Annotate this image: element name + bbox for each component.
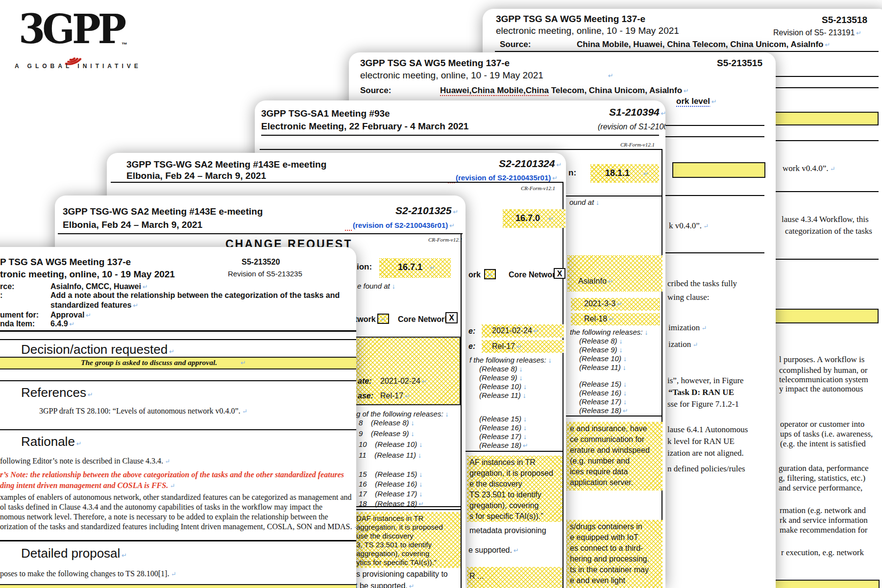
- date-value: 2021-02-24: [492, 326, 539, 335]
- body-fragment: t be supported.: [355, 582, 415, 588]
- meeting-session: Elbonia, Feb 24 – March 9, 2021: [63, 220, 202, 230]
- divider: [0, 540, 356, 541]
- decision-text: The group is asked to discuss and approv…: [81, 358, 217, 367]
- title-label-fragment: :: [0, 291, 2, 300]
- field-label-fragment: n:: [568, 168, 576, 178]
- reference-text: 3GPP draft TS 28.100: “Levels of autonom…: [39, 407, 247, 416]
- table-border: [111, 182, 563, 183]
- releases-intro: f the following releases:: [469, 356, 552, 364]
- highlight-bar: [672, 162, 765, 178]
- 3gpp-logo: 3GPP ™ A GLOBAL INITIATIVE: [15, 3, 142, 76]
- spellcheck-squiggle-icon: [345, 227, 352, 231]
- usecase-fragment: e equipped with IoT: [570, 533, 638, 542]
- reference-fragment: k v0.4.0”.: [669, 221, 709, 231]
- revision-line: Revision of S5- 213191: [773, 28, 861, 37]
- divider: [261, 135, 659, 136]
- rationale-body: ol tasks defined in Clause 4.3.4 and the…: [0, 503, 322, 512]
- pilcrow-icon: [642, 169, 649, 178]
- body-fragment: l purposes. A workflow is: [779, 355, 864, 365]
- meeting-title: 3GPP TSG-SA1 Meeting #93e: [261, 108, 390, 119]
- document-card-s5-213520[interactable]: P TSG SA WG5 Meeting 137-e tronic meetin…: [0, 247, 356, 588]
- title-value: standardized features: [50, 301, 138, 310]
- section-heading-references: References: [21, 385, 93, 400]
- checkbox-checked[interactable]: X: [554, 268, 565, 279]
- date-label-fragment: e:: [468, 327, 475, 336]
- reference-fragment: work v0.4.0”.: [783, 164, 835, 173]
- pilcrow-icon: [239, 358, 246, 367]
- checkbox-highlighted[interactable]: [484, 269, 496, 279]
- section-heading-detailed-proposal: Detailed proposal: [21, 546, 127, 561]
- release-item: 10 (Release 10): [359, 440, 422, 448]
- release-item: (Release 8): [579, 337, 623, 345]
- doc-number: S2-2101325: [395, 205, 458, 217]
- doc-number: S5-213520: [242, 258, 280, 267]
- source-value: Huawei,China Mobile,China Telecom, China…: [440, 86, 689, 96]
- usecase-fragment: es connect to a third-: [570, 544, 643, 553]
- desktop-background: 3GPP TSG SA WG5 Meeting 137-e electronic…: [0, 0, 882, 588]
- body-fragment: and service performance,: [779, 483, 862, 493]
- meeting-title-fragment: P TSG SA WG5 Meeting 137-e: [0, 257, 131, 268]
- release-item: 9 (Release 9): [359, 429, 415, 438]
- releases-intro: g of the following releases:: [356, 410, 449, 418]
- rationale-intro: following Editor’s note is described in …: [0, 457, 170, 466]
- source-label-fragment: rce:: [0, 282, 14, 291]
- table-border: [260, 149, 662, 150]
- doc-number: S5-213518: [822, 15, 867, 25]
- doc-number: S1-210394: [609, 106, 665, 118]
- rationale-body: nomous network level. Therefore, a note …: [0, 513, 328, 521]
- network-fragment: ork: [468, 270, 481, 279]
- checkbox-checked[interactable]: X: [445, 312, 458, 323]
- release-item: 17 (Release 17): [359, 490, 422, 498]
- editors-note: r’s Note: the relationship between the a…: [0, 470, 344, 479]
- section-heading-rationale: Rationale: [21, 434, 82, 449]
- body-fragment: guration data, performance: [779, 464, 869, 473]
- release-item: (Release 9): [479, 373, 523, 382]
- proposal-fragment: DAF instances in TR: [356, 514, 423, 522]
- table-border: [563, 182, 564, 588]
- release-item: (Release 15): [479, 415, 527, 423]
- body-fragment: R ...: [469, 572, 484, 581]
- release-value: Rel-17: [380, 392, 410, 400]
- revision-line: (revision of S1-210039): [598, 122, 665, 131]
- divider: [0, 429, 356, 430]
- cr-form-label: CR-Form-v12.1: [428, 237, 463, 243]
- proposal-fragment: e the discovery: [469, 480, 522, 489]
- body-fragment: sse for Figure 7.1.2-1: [667, 399, 739, 409]
- proposal-fragment: gregation), covering: [469, 501, 539, 510]
- date-value: 2021-02-24: [380, 377, 427, 386]
- revision-line: (revision of S2-2100435r01): [456, 173, 558, 182]
- release-item: (Release 18): [479, 441, 528, 449]
- releases-intro: the following releases:: [570, 328, 648, 336]
- usecase-fragment: e and even light: [570, 576, 625, 585]
- rationale-body: xamples of enablers of autonomous networ…: [0, 493, 352, 502]
- body-fragment: imization: [668, 323, 707, 333]
- body-fragment: g, filtering, statistics, etc.): [779, 473, 865, 483]
- network-fragment: twork: [355, 315, 376, 324]
- source-value: AsiaInfo, CMCC, Huawei: [50, 282, 148, 291]
- body-fragment: r execution, e.g. network: [781, 548, 864, 558]
- release-item: (Release 11): [479, 391, 526, 399]
- divider: [495, 51, 879, 52]
- title-tail-fragment: ork level: [676, 97, 717, 106]
- body-fragment: e supported.: [468, 546, 519, 555]
- release-item: 15 (Release 15): [359, 470, 422, 478]
- release-label-fragment: ase:: [358, 392, 373, 400]
- rationale-fragment: categorization of the tasks: [785, 226, 872, 236]
- release-item: 11 (Release 11): [359, 451, 421, 459]
- release-item: 16 (Release 16): [359, 480, 422, 488]
- body-fragment: operator or customer into: [780, 419, 864, 429]
- editors-note: ding intent driven management and COSLA …: [0, 481, 175, 490]
- body-fragment: (e.g. the intent is satisfied: [780, 439, 866, 449]
- usecase-fragment: erature and windspeed: [570, 446, 650, 455]
- cr-form-label: CR-Form-v12.1: [521, 185, 555, 191]
- checkbox-highlighted[interactable]: [377, 314, 389, 324]
- revision-line: Revision of S5-213235: [228, 270, 302, 278]
- divider: [0, 339, 356, 340]
- doc-number: S2-2101324: [499, 158, 562, 170]
- proposal-fragment: s for specific TAI(s)).”: [469, 512, 543, 521]
- source-value: China Mobile, Huawei, China Telecom, Chi…: [577, 40, 830, 49]
- usecase-fragment: ts in the container may: [570, 565, 649, 574]
- body-fragment: k level for RAN UE: [667, 437, 735, 446]
- agenda-value: 6.4.9: [50, 319, 75, 328]
- table-border: [461, 233, 462, 588]
